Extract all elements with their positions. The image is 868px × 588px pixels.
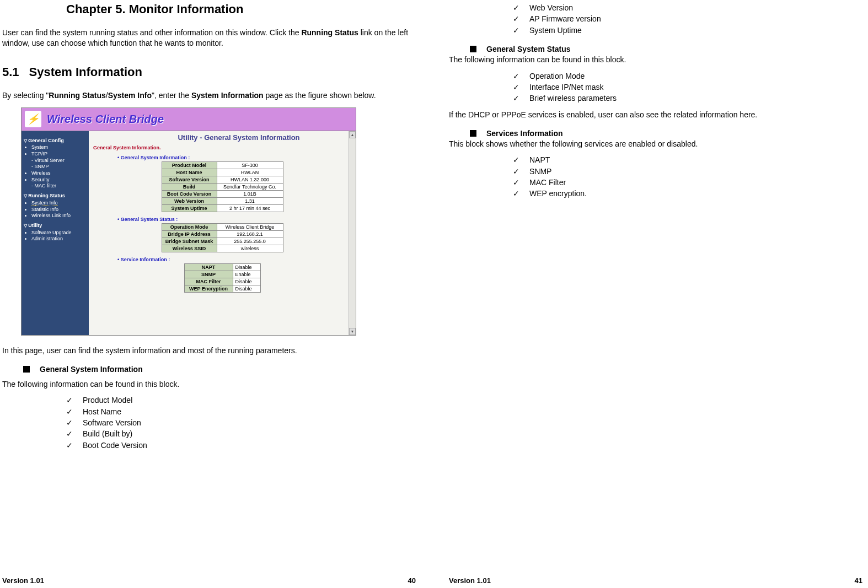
subheading-desc: The following information can be found i… — [2, 379, 416, 390]
cell-key: MAC Filter — [184, 278, 233, 285]
text-bold: Running Status — [301, 28, 358, 37]
table-row: Bridge Subnet Mask255.255.255.0 — [162, 238, 283, 245]
check-list-3: ✓NAPT ✓SNMP ✓MAC Filter ✓WEP encryption. — [513, 154, 862, 199]
page-right: ✓Web Version ✓AP Firmware version ✓Syste… — [449, 0, 862, 588]
cell-value: 1.31 — [217, 197, 283, 204]
list-item-label: WEP encryption. — [529, 188, 587, 199]
brand-title: Wireless Client Bridge — [47, 113, 164, 126]
sidebar-item[interactable]: Administration — [31, 236, 87, 242]
sidebar-group-general-config[interactable]: General Config — [24, 138, 87, 144]
screenshot-main: Utility - General System Information Gen… — [89, 131, 356, 335]
list-item: ✓Boot Code Version — [66, 440, 416, 451]
list-item-label: Software Version — [83, 417, 141, 428]
scrollbar[interactable]: ▲ ▼ — [349, 131, 356, 335]
subheading-desc: This block shows whether the following s… — [449, 139, 862, 149]
sidebar-item[interactable]: TCP/IP — [31, 151, 87, 158]
list-item-label: Host Name — [83, 406, 121, 417]
subheading-label: General System Status — [486, 45, 571, 53]
cell-key: Operation Mode — [162, 223, 217, 230]
sidebar-group-running-status[interactable]: Running Status — [24, 193, 87, 199]
scroll-down-icon[interactable]: ▼ — [349, 328, 356, 335]
cell-key: Web Version — [162, 197, 217, 204]
check-icon: ✓ — [513, 188, 519, 199]
text: By selecting " — [2, 91, 49, 100]
section-heading: 5.1System Information — [2, 65, 416, 79]
cell-key: Host Name — [162, 169, 217, 176]
sidebar-item-system-info[interactable]: System Info — [31, 200, 87, 207]
check-icon: ✓ — [66, 428, 73, 439]
check-icon: ✓ — [66, 440, 73, 451]
list-item: ✓MAC Filter — [513, 177, 862, 188]
intro-paragraph: User can find the system running status … — [2, 28, 416, 48]
sidebar-item[interactable]: Wireless — [31, 170, 87, 177]
cell-value: SF-300 — [217, 161, 283, 169]
footer-version: Version 1.01 — [449, 576, 491, 585]
cell-value: Disable — [233, 278, 260, 285]
logo-icon: ⚡ — [25, 111, 41, 127]
list-item: ✓NAPT — [513, 154, 862, 165]
cell-value: Disable — [233, 285, 260, 292]
cell-key: WEP Encryption — [184, 285, 233, 292]
section-label-sysinfo: General System Information : — [117, 155, 351, 160]
sidebar-item[interactable]: Security — [31, 177, 87, 184]
cell-key: Build — [162, 183, 217, 190]
sidebar-item[interactable]: - Virtual Server — [31, 158, 87, 164]
list-item-label: Build (Built by) — [83, 428, 132, 439]
sidebar-group-utility[interactable]: Utility — [24, 223, 87, 229]
list-item-label: AP Firmware version — [529, 13, 601, 24]
check-list-top: ✓Web Version ✓AP Firmware version ✓Syste… — [513, 2, 862, 36]
sidebar-item-label: System Info — [31, 200, 58, 206]
list-item-label: Interface IP/Net mask — [529, 82, 604, 93]
cell-key: SNMP — [184, 271, 233, 278]
check-icon: ✓ — [513, 154, 519, 165]
check-icon: ✓ — [66, 417, 73, 428]
list-item-label: SNMP — [529, 166, 551, 177]
page-footer: Version 1.01 40 — [2, 576, 416, 585]
scroll-up-icon[interactable]: ▲ — [349, 131, 356, 138]
check-icon: ✓ — [513, 13, 519, 24]
sidebar-item[interactable]: Software Upgrade — [31, 230, 87, 236]
sidebar-item[interactable]: Wireless Link Info — [31, 213, 87, 219]
check-icon: ✓ — [513, 93, 519, 104]
screenshot-body: General Config System TCP/IP - Virtual S… — [22, 131, 356, 335]
cell-value: Sendfar Technology Co. — [217, 183, 283, 190]
footer-page-number: 40 — [408, 576, 416, 585]
table-row: Boot Code Version1.01B — [162, 190, 283, 197]
subheading-label: General System Information — [40, 365, 143, 374]
check-icon: ✓ — [513, 71, 519, 82]
cell-key: Bridge IP Address — [162, 230, 217, 238]
sidebar-list: System Info Statistic Info Wireless Link… — [31, 200, 87, 219]
sidebar-list: Software Upgrade Administration — [31, 230, 87, 242]
screenshot-sidebar: General Config System TCP/IP - Virtual S… — [22, 131, 89, 335]
subheading-general-system-status: General System Status — [449, 45, 862, 53]
list-item-label: System Uptime — [529, 25, 582, 36]
table-row: Operation ModeWireless Client Bridge — [162, 223, 283, 230]
table-service: NAPTDisable SNMPEnable MAC FilterDisable… — [184, 263, 261, 293]
sidebar-item[interactable]: Statistic Info — [31, 207, 87, 213]
sidebar-item[interactable]: System — [31, 144, 87, 151]
cell-key: Boot Code Version — [162, 190, 217, 197]
cell-value: 192.168.2.1 — [217, 230, 283, 238]
list-item: ✓Brief wireless parameters — [513, 93, 862, 104]
list-item: ✓WEP encryption. — [513, 188, 862, 199]
cell-key: Software Version — [162, 176, 217, 183]
table-row: Web Version1.31 — [162, 197, 283, 204]
screenshot-main-title: Utility - General System Information — [126, 133, 351, 142]
list-item: ✓Interface IP/Net mask — [513, 82, 862, 93]
cell-value: Disable — [233, 263, 260, 271]
page-footer: Version 1.01 41 — [449, 576, 862, 585]
check-icon: ✓ — [66, 395, 73, 406]
check-icon: ✓ — [66, 406, 73, 417]
sidebar-item[interactable]: - MAC filter — [31, 183, 87, 190]
table-row: System Uptime2 hr 17 min 44 sec — [162, 204, 283, 212]
text-bold: System Info — [108, 91, 152, 100]
list-item-label: NAPT — [529, 154, 550, 165]
footer-version: Version 1.01 — [2, 576, 44, 585]
list-item: ✓Build (Built by) — [66, 428, 416, 439]
check-icon: ✓ — [513, 2, 519, 13]
table-row: Bridge IP Address192.168.2.1 — [162, 230, 283, 238]
check-list-1: ✓Product Model ✓Host Name ✓Software Vers… — [66, 395, 416, 450]
sidebar-item[interactable]: - SNMP — [31, 164, 87, 170]
cell-value: 2 hr 17 min 44 sec — [217, 204, 283, 212]
list-item-label: Product Model — [83, 395, 132, 406]
